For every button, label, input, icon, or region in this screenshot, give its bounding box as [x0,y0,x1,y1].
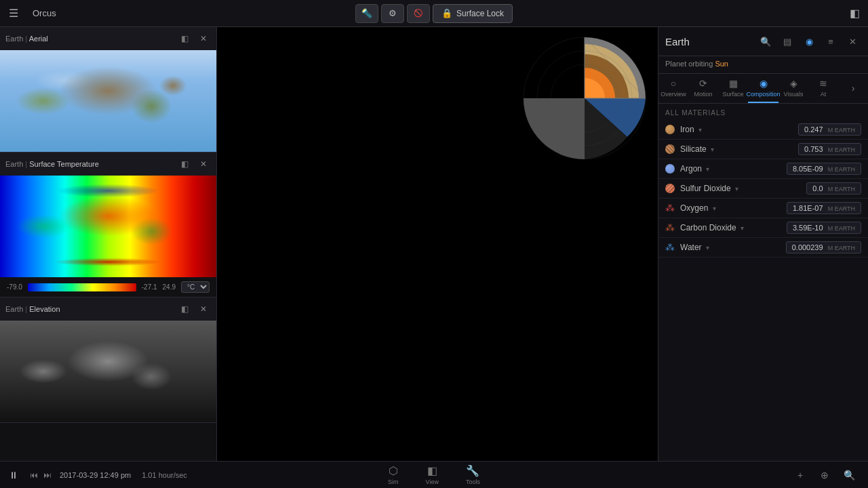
material-row-sulfur-dioxide: Sulfur Dioxide ▾ 0.0 M EARTH [658,179,868,199]
temp-layers-icon[interactable]: ◧ [177,157,192,171]
iron-value[interactable]: 0.247 M EARTH [798,123,861,136]
carbon-dioxide-unit: M EARTH [828,225,855,232]
water-name[interactable]: Water ▾ [680,243,781,252]
flashlight-tool[interactable]: 🔦 [355,4,378,23]
visuals-icon: ◈ [790,78,797,89]
material-row-water: ⁂ Water ▾ 0.000239 M EARTH [658,238,868,258]
star-link[interactable]: Sun [715,60,728,68]
nav-sim[interactable]: ⬡ Sim [374,462,412,488]
sulfur-dioxide-value[interactable]: 0.0 M EARTH [806,182,861,195]
temperature-map-preview[interactable] [0,176,216,277]
composition-tabs: ○ Overview ⟳ Motion ▦ Surface ◉ Composit… [658,74,868,104]
target-button[interactable]: ⊕ [814,464,835,486]
layers-icon[interactable]: ◧ [850,7,860,20]
left-panel: Earth | Aerial ◧ ✕ Earth | Surface Tempe… [0,27,217,461]
tab-composition-label: Composition [746,91,780,98]
overview-icon: ○ [671,78,676,89]
aerial-card-title: Earth | Aerial [5,35,173,43]
water-value[interactable]: 0.000239 M EARTH [786,241,861,253]
tab-visuals[interactable]: ◈ Visuals [778,74,808,103]
material-row-iron: Iron ▾ 0.247 M EARTH [658,120,868,140]
sulfur-dioxide-name[interactable]: Sulfur Dioxide ▾ [680,184,801,193]
view-icon: ◧ [427,464,437,477]
iron-name[interactable]: Iron ▾ [680,125,793,134]
sim-icon: ⬡ [389,464,398,477]
temp-close-button[interactable]: ✕ [196,157,211,171]
tab-surface-label: Surface [722,91,743,98]
panel-info-icon[interactable]: ▤ [778,33,796,50]
elevation-close-button[interactable]: ✕ [196,302,211,317]
argon-value[interactable]: 8.05E-09 M EARTH [787,163,861,175]
water-dot: ⁂ [665,243,675,252]
material-row-argon: Argon ▾ 8.05E-09 M EARTH [658,159,868,179]
surface-temp-card: Earth | Surface Temperature ◧ ✕ -79.0 -2… [0,152,216,298]
top-bar: ☰ Orcus 🔦 ⚙ 🚫 🔒 Surface Lock ◧ [0,0,868,27]
silicate-name[interactable]: Silicate ▾ [680,144,793,154]
tab-overview[interactable]: ○ Overview [658,74,688,103]
aerial-card-header: Earth | Aerial ◧ ✕ [0,27,216,50]
search-button[interactable]: 🔍 [838,464,860,486]
panel-view-icon[interactable]: ◉ [800,33,818,50]
sulfur-dioxide-unit: M EARTH [828,186,855,192]
skip-back-button[interactable]: ⏮ [27,468,41,483]
tab-visuals-label: Visuals [784,91,804,98]
center-toolbar: 🔦 ⚙ 🚫 🔒 Surface Lock [355,4,513,23]
tab-motion-label: Motion [694,91,713,98]
silicate-dot [665,144,675,154]
tab-overview-label: Overview [660,91,686,98]
tab-motion[interactable]: ⟳ Motion [688,74,718,103]
argon-dot [665,164,675,174]
material-row-oxygen: ⁂ Oxygen ▾ 1.81E-07 M EARTH [658,199,868,218]
tab-atmosphere[interactable]: ≋ At [808,74,838,103]
temp-mid: -27.1 [142,283,157,291]
temperature-scale: -79.0 -27.1 24.9 °C °F K [0,277,216,297]
planet-cross-section [517,30,652,159]
aerial-layers-icon[interactable]: ◧ [177,31,192,46]
elevation-card-title: Earth | Elevation [5,305,173,313]
subtitle-text: Planet orbiting [665,60,713,68]
panel-close-icon[interactable]: ✕ [844,33,861,50]
nav-tools-label: Tools [466,479,480,485]
temp-min: -79.0 [7,283,22,291]
aerial-close-button[interactable]: ✕ [196,31,211,46]
more-icon: › [852,83,855,94]
elevation-card: Earth | Elevation ◧ ✕ [0,298,216,423]
surface-temp-title: Earth | Surface Temperature [5,160,173,168]
elevation-layers-icon[interactable]: ◧ [177,302,192,317]
materials-list: Iron ▾ 0.247 M EARTH Silicate ▾ 0.753 M … [658,120,868,461]
surface-lock-button[interactable]: 🔒 Surface Lock [433,4,513,23]
silicate-value[interactable]: 0.753 M EARTH [798,143,861,155]
nav-sim-label: Sim [388,479,399,485]
nav-view-label: View [426,479,439,485]
play-pause-button[interactable]: ⏸ [0,462,27,489]
aerial-card: Earth | Aerial ◧ ✕ [0,27,216,152]
bottom-navigation: ⬡ Sim ◧ View 🔧 Tools [374,462,494,488]
tools-icon: 🔧 [466,464,479,477]
oxygen-value[interactable]: 1.81E-07 M EARTH [787,202,861,214]
panel-search-icon[interactable]: 🔍 [757,33,774,50]
nav-view[interactable]: ◧ View [412,462,452,488]
aerial-map-preview[interactable] [0,50,216,152]
tab-surface[interactable]: ▦ Surface [718,74,748,103]
silicate-unit: M EARTH [828,146,855,153]
oxygen-dot: ⁂ [665,203,675,213]
visibility-tool[interactable]: 🚫 [407,4,430,23]
elevation-map-preview[interactable] [0,321,216,422]
menu-icon[interactable]: ☰ [0,7,27,20]
skip-forward-button[interactable]: ⏭ [41,468,54,483]
carbon-dioxide-name[interactable]: Carbon Dioxide ▾ [680,223,781,232]
settings-tool[interactable]: ⚙ [381,4,404,23]
temp-unit-select[interactable]: °C °F K [181,281,210,293]
nav-tools[interactable]: 🔧 Tools [452,462,494,488]
bottom-bar: ⏸ ⏮ ⏭ 2017-03-29 12:49 pm 1.01 hour/sec … [0,461,868,488]
carbon-dioxide-dot: ⁂ [665,223,675,232]
timestamp-display: 2017-03-29 12:49 pm [60,471,131,479]
panel-list-icon[interactable]: ≡ [822,33,840,50]
oxygen-name[interactable]: Oxygen ▾ [680,203,781,213]
tab-more[interactable]: › [838,79,868,99]
tab-composition[interactable]: ◉ Composition [748,74,778,103]
sulfur-dioxide-dot [665,184,675,193]
add-button[interactable]: + [789,464,811,486]
carbon-dioxide-value[interactable]: 3.59E-10 M EARTH [787,222,861,234]
argon-name[interactable]: Argon ▾ [680,164,781,174]
